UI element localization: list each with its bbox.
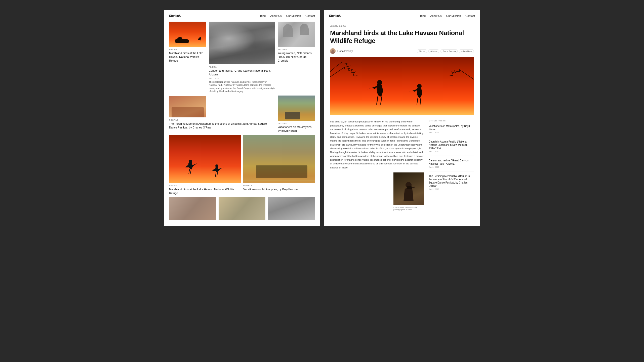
extra-img-2 xyxy=(219,197,266,220)
card-marshland-top[interactable]: FAUNA Marshland birds at the Lake Havasu… xyxy=(169,22,206,93)
tag-grand-canyon[interactable]: Grand Canyon xyxy=(440,49,458,53)
right-nav-about[interactable]: About Us xyxy=(430,14,441,17)
other-posts-section: OTHER POSTS Vacationers on Motorcycles, … xyxy=(429,120,474,210)
other-post-0[interactable]: Vacationers on Motorcycles, by Boyd Nort… xyxy=(429,124,474,137)
card-vacationers-top[interactable]: PEOPLE Vacationers on Motorcycles, by Bo… xyxy=(278,96,315,133)
svg-line-2 xyxy=(189,169,190,174)
extra-img-1 xyxy=(169,197,216,220)
vacationers-large-title: Vacationers on Motorcycles, by Boyd Nort… xyxy=(243,188,315,191)
canyon-title: Canyon and ravine, "Grand Canyon Nationa… xyxy=(209,69,275,76)
svg-point-13 xyxy=(417,84,422,88)
other-post-2[interactable]: Canyon and ravine, "Grand Canyon Nationa… xyxy=(429,159,474,171)
other-posts-header: OTHER POSTS xyxy=(429,120,474,122)
large-bird-svg-1 xyxy=(184,150,204,175)
canyon-date: Jan 1, 2025 xyxy=(209,77,275,80)
right-nav: Stories® Blog About Us Our Mission Conta… xyxy=(324,10,480,22)
hero-bird-2-g xyxy=(408,84,422,105)
other-post-date-2: Jan 1, 2025 xyxy=(429,166,474,168)
svg-point-1 xyxy=(189,160,192,163)
author-photo-img xyxy=(393,172,424,205)
person-svg xyxy=(400,180,417,205)
hero-branches-svg xyxy=(330,57,474,115)
article-hero-bg xyxy=(330,57,474,115)
svg-point-5 xyxy=(215,164,218,167)
other-post-1[interactable]: Church in Acoma Pueblo (National Histori… xyxy=(429,140,474,156)
marshland-label: FAUNA xyxy=(169,48,206,51)
left-nav-blog[interactable]: Blog xyxy=(260,14,266,17)
right-panel: Stories® Blog About Us Our Mission Conta… xyxy=(324,10,480,226)
marshland-large-title: Marshland birds at the Lake Havasu Natio… xyxy=(169,188,241,195)
bottom-row: FAUNA Marshland birds at the Lake Havasu… xyxy=(169,135,315,195)
article-lower: Flip Schulke, an acclaimed photographer … xyxy=(330,120,474,210)
photo-caption: Flip Schulke, an acclaimed photographer … xyxy=(393,206,424,211)
card-canyon[interactable]: FLORA Canyon and ravine, "Grand Canyon N… xyxy=(209,22,275,93)
pershing-bg xyxy=(169,96,206,117)
top-row: FAUNA Marshland birds at the Lake Havasu… xyxy=(169,22,315,93)
tag-us-archives[interactable]: US Archives xyxy=(459,49,474,53)
article-container: January 1, 2025 Marshland birds at the L… xyxy=(324,22,480,218)
card-women[interactable]: PEOPLE Young women, Netherlands (1906-19… xyxy=(278,22,315,93)
left-nav-mission[interactable]: Our Mission xyxy=(286,14,301,17)
article-date: January 1, 2025 xyxy=(330,22,474,27)
left-grid: FAUNA Marshland birds at the Lake Havasu… xyxy=(164,22,320,225)
svg-line-7 xyxy=(217,172,218,177)
article-continued-text xyxy=(330,172,390,211)
left-nav-links: Blog About Us Our Mission Contact xyxy=(260,14,315,17)
left-nav-about[interactable]: About Us xyxy=(270,14,281,17)
marshland-large-img xyxy=(169,135,241,183)
article-tags: Stories Arizona Grand Canyon US Archives xyxy=(417,49,474,53)
other-post-title-3: The Pershing Memorial Auditorium is the … xyxy=(429,174,474,188)
article-hero xyxy=(330,57,474,115)
article-title: Marshland birds at the Lake Havasu Natio… xyxy=(330,29,474,45)
motorcycle-bg xyxy=(278,96,315,121)
right-nav-blog[interactable]: Blog xyxy=(420,14,426,17)
pershing-img xyxy=(169,96,206,117)
article-meta: Fiona Presley Stories Arizona Grand Cany… xyxy=(330,48,474,54)
left-nav: Stories® Blog About Us Our Mission Conta… xyxy=(164,10,320,22)
tag-stories[interactable]: Stories xyxy=(417,49,427,53)
svg-line-15 xyxy=(420,98,421,105)
other-post-3[interactable]: The Pershing Memorial Auditorium is the … xyxy=(429,174,474,193)
card-marshland-large[interactable]: FAUNA Marshland birds at the Lake Havasu… xyxy=(169,135,241,195)
other-post-date-0: Jan 1, 2025 xyxy=(429,131,474,134)
women-img xyxy=(278,22,315,47)
svg-line-18 xyxy=(412,187,415,188)
other-post-title-1: Church in Acoma Pueblo (National Histori… xyxy=(429,140,474,150)
card-vacationers-large[interactable]: PEOPLE Vacationers on Motorcycles, by Bo… xyxy=(243,135,315,195)
bird-svg-2 xyxy=(197,34,203,40)
pershing-label: PEOPLE xyxy=(169,119,275,121)
vacationers-large-label: PEOPLE xyxy=(243,185,315,187)
other-post-date-1: Jan 1, 2025 xyxy=(429,150,474,153)
svg-rect-17 xyxy=(407,186,412,189)
right-nav-mission[interactable]: Our Mission xyxy=(446,14,461,17)
svg-line-3 xyxy=(190,169,191,174)
svg-point-9 xyxy=(377,80,382,85)
svg-line-14 xyxy=(417,98,418,105)
svg-line-10 xyxy=(377,97,378,105)
right-logo[interactable]: Stories® xyxy=(329,14,341,18)
pershing-title: The Pershing Memorial Auditorium is the … xyxy=(169,122,275,129)
right-nav-contact[interactable]: Contact xyxy=(465,14,475,17)
marshland-large-bg xyxy=(169,135,241,183)
right-nav-links: Blog About Us Our Mission Contact xyxy=(420,14,475,17)
card-pershing[interactable]: PEOPLE The Pershing Memorial Auditorium … xyxy=(169,96,275,133)
author-avatar xyxy=(330,48,336,54)
vacationers-title: Vacationers on Motorcycles, by Boyd Nort… xyxy=(278,125,315,133)
women-title: Young women, Netherlands (1906-1917) by … xyxy=(278,51,315,63)
svg-line-11 xyxy=(381,97,382,105)
left-logo[interactable]: Stories® xyxy=(169,14,181,18)
extra-img-3 xyxy=(268,197,315,220)
marshland-bg xyxy=(169,22,206,47)
article-text-section: Flip Schulke, an acclaimed photographer … xyxy=(330,120,424,210)
tag-arizona[interactable]: Arizona xyxy=(428,49,439,53)
left-nav-contact[interactable]: Contact xyxy=(305,14,315,17)
other-post-title-0: Vacationers on Motorcycles, by Boyd Nort… xyxy=(429,124,474,131)
left-panel: Stories® Blog About Us Our Mission Conta… xyxy=(164,10,320,226)
middle-row: PEOPLE The Pershing Memorial Auditorium … xyxy=(169,96,315,133)
other-post-title-2: Canyon and ravine, "Grand Canyon Nationa… xyxy=(429,159,474,165)
hero-bird-1-g xyxy=(367,80,383,105)
canyon-img xyxy=(209,22,275,64)
other-post-date-3: Jan 1, 2025 xyxy=(429,188,474,190)
author-row: Fiona Presley xyxy=(330,48,353,54)
marshland-title: Marshland birds at the Lake Havasu Natio… xyxy=(169,51,206,63)
